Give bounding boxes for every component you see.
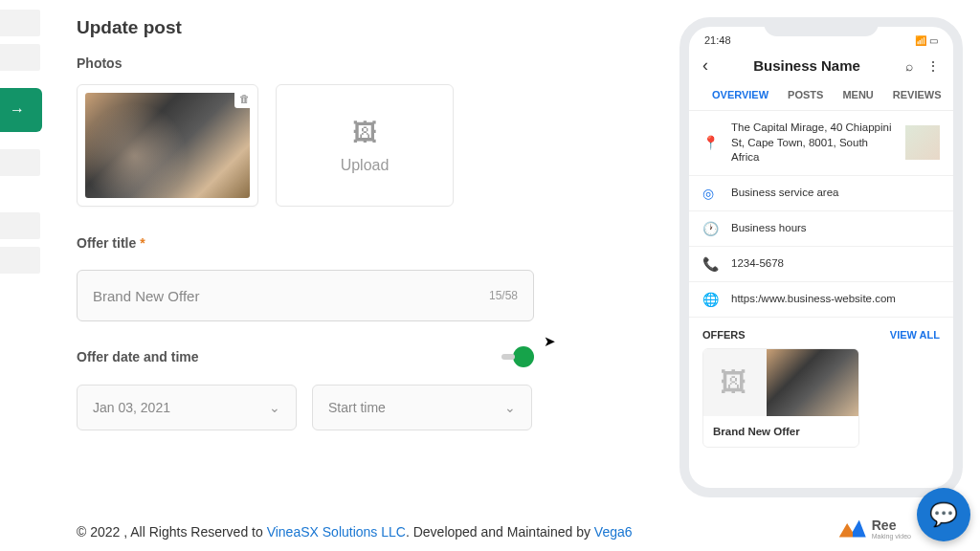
sidebar-item[interactable] (0, 44, 40, 71)
tab-reviews[interactable]: REVIEWS (883, 85, 951, 104)
info-hours[interactable]: 🕐Business hours (689, 211, 953, 247)
info-website[interactable]: 🌐https:/www.business-website.com (689, 282, 953, 318)
tab-overview[interactable]: OVERVIEW (702, 85, 778, 104)
start-time-select[interactable]: Start time⌄ (312, 385, 532, 430)
globe-icon: 🌐 (702, 292, 720, 307)
photo-thumbnail[interactable]: 🗑 (77, 84, 258, 207)
tab-menu[interactable]: MENU (833, 85, 882, 104)
brand-badge: ReeMaking video (839, 518, 911, 540)
arrow-right-icon: → (10, 101, 25, 119)
datetime-label: Offer date and time (77, 349, 199, 364)
sidebar-expand-button[interactable]: → (0, 88, 42, 132)
chat-icon: 💬 (929, 501, 958, 528)
date-select[interactable]: Jan 03, 2021⌄ (77, 385, 297, 430)
photo-image (85, 93, 250, 198)
images-icon: 🖼 (711, 361, 755, 405)
tab-posts[interactable]: POSTS (778, 85, 833, 104)
phone-icon: 📞 (702, 256, 720, 272)
main-form: Update post Photos 🗑 🖼 Upload Offer titl… (77, 17, 546, 430)
map-thumbnail (905, 125, 940, 160)
search-icon[interactable]: ⌕ (905, 58, 913, 74)
footer-link-company[interactable]: VineaSX Solutions LLC (267, 524, 406, 540)
required-mark: * (140, 235, 145, 251)
sidebar-item[interactable] (0, 10, 40, 36)
tab-photos[interactable]: PHOT (951, 85, 953, 104)
images-icon: 🖼 (352, 118, 377, 147)
offer-card-title: Brand New Offer (703, 416, 858, 447)
target-icon: ◎ (702, 186, 720, 201)
phone-notch (764, 17, 879, 36)
chat-fab[interactable]: 💬 (917, 488, 970, 541)
chevron-down-icon: ⌄ (269, 400, 280, 415)
footer: © 2022 , All Rights Reserved to VineaSX … (77, 524, 633, 540)
char-counter: 15/58 (489, 289, 518, 302)
sidebar-item[interactable] (0, 212, 40, 239)
info-phone[interactable]: 📞1234-5678 (689, 247, 953, 282)
offer-card[interactable]: 🖼 Brand New Offer (702, 348, 859, 448)
business-name: Business Name (753, 57, 860, 74)
upload-label: Upload (341, 157, 390, 174)
sidebar-item[interactable] (0, 149, 40, 176)
status-time: 21:48 (704, 34, 731, 46)
offer-photo (767, 349, 858, 416)
datetime-toggle[interactable] (513, 346, 534, 367)
pin-icon: 📍 (702, 135, 720, 150)
sidebar: → (0, 0, 40, 551)
trash-icon: 🗑 (239, 93, 250, 104)
back-button[interactable]: ‹ (702, 55, 708, 76)
info-address[interactable]: 📍The Capital Mirage, 40 Chiappini St, Ca… (689, 111, 953, 176)
page-title: Update post (77, 17, 546, 38)
footer-link-dev[interactable]: Vega6 (594, 524, 633, 540)
delete-photo-button[interactable]: 🗑 (234, 89, 254, 108)
clock-icon: 🕐 (702, 221, 720, 236)
offers-heading: OFFERS (702, 329, 746, 341)
photos-label: Photos (77, 55, 546, 71)
view-all-link[interactable]: VIEW ALL (890, 329, 940, 341)
info-service-area[interactable]: ◎Business service area (689, 176, 953, 211)
sidebar-item[interactable] (0, 247, 40, 274)
brand-logo-icon (839, 520, 866, 538)
phone-preview: 21:48 📶 ▭ ‹ Business Name ⌕⋮ OVERVIEW PO… (679, 17, 963, 497)
upload-button[interactable]: 🖼 Upload (276, 84, 454, 207)
more-icon[interactable]: ⋮ (926, 58, 940, 74)
tabs: OVERVIEW POSTS MENU REVIEWS PHOT (689, 85, 953, 104)
chevron-down-icon: ⌄ (504, 400, 516, 415)
status-icons: 📶 ▭ (915, 34, 938, 46)
offer-title-field[interactable]: 15/58 (77, 270, 534, 321)
offer-title-input[interactable] (93, 288, 489, 304)
offer-title-label: Offer title * (77, 235, 546, 251)
